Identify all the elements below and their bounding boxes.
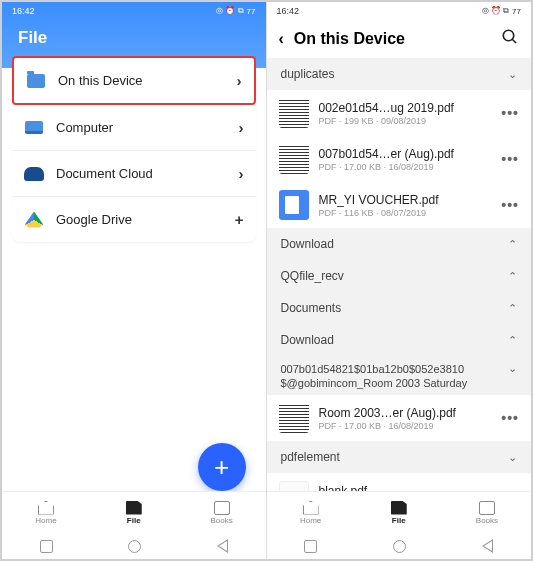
nav-books[interactable]: Books xyxy=(443,492,531,533)
home-icon xyxy=(38,501,54,515)
location-list: On this Device › Computer › Document Clo… xyxy=(12,56,256,242)
bottom-nav: Home File Books xyxy=(267,491,532,533)
location-label: Document Cloud xyxy=(56,166,227,181)
section-label: duplicates xyxy=(281,67,335,81)
section-documents[interactable]: Documents ⌃ xyxy=(267,292,532,324)
section-label-cont: $@gobimincom_Room 2003 Saturday xyxy=(267,377,532,395)
chevron-right-icon: › xyxy=(239,119,244,136)
section-download-2[interactable]: Download ⌃ xyxy=(267,324,532,356)
location-google-drive[interactable]: Google Drive + xyxy=(12,197,256,242)
section-label: 007b01d54821$01ba12b0$052e3810 xyxy=(281,363,509,375)
file-row[interactable]: 007b01d54…er (Aug).pdf PDF · 17.00 KB · … xyxy=(267,136,532,182)
gdrive-icon xyxy=(24,212,44,228)
chevron-up-icon: ⌃ xyxy=(508,270,517,283)
svg-line-1 xyxy=(512,39,516,43)
svg-point-0 xyxy=(503,30,514,41)
file-meta: PDF · 17.00 KB · 16/08/2019 xyxy=(319,421,492,431)
nav-label: Books xyxy=(476,516,498,525)
file-name: 007b01d54…er (Aug).pdf xyxy=(319,147,492,161)
nav-file[interactable]: File xyxy=(355,492,443,533)
recent-apps-button[interactable] xyxy=(40,540,53,553)
file-row[interactable]: 002e01d54…ug 2019.pdf PDF · 199 KB · 09/… xyxy=(267,90,532,136)
status-time: 16:42 xyxy=(277,6,300,16)
location-computer[interactable]: Computer › xyxy=(12,105,256,151)
home-icon xyxy=(303,501,319,515)
chevron-right-icon: › xyxy=(237,72,242,89)
location-label: Computer xyxy=(56,120,227,135)
more-icon[interactable]: ••• xyxy=(501,151,519,167)
location-document-cloud[interactable]: Document Cloud › xyxy=(12,151,256,197)
back-button[interactable] xyxy=(482,539,493,553)
location-label: On this Device xyxy=(58,73,225,88)
file-row[interactable]: MR_YI VOUCHER.pdf PDF · 116 KB · 08/07/2… xyxy=(267,182,532,228)
nav-file[interactable]: File xyxy=(90,492,178,533)
chevron-up-icon: ⌃ xyxy=(508,302,517,315)
section-pdfelement[interactable]: pdfelement ⌄ xyxy=(267,441,532,473)
status-icons: ◎ ⏰ ⧉ 77 xyxy=(482,6,521,16)
back-button[interactable] xyxy=(217,539,228,553)
bottom-nav: Home File Books xyxy=(2,491,266,533)
status-time: 16:42 xyxy=(12,6,35,16)
page-title: File xyxy=(2,20,266,48)
file-name: 002e01d54…ug 2019.pdf xyxy=(319,101,492,115)
chevron-down-icon: ⌄ xyxy=(508,68,517,81)
home-button[interactable] xyxy=(128,540,141,553)
more-icon[interactable]: ••• xyxy=(501,410,519,426)
file-meta: PDF · 199 KB · 09/08/2019 xyxy=(319,116,492,126)
nav-label: File xyxy=(127,516,141,525)
file-name: Room 2003…er (Aug).pdf xyxy=(319,406,492,420)
file-thumb-icon xyxy=(279,98,309,128)
location-on-this-device[interactable]: On this Device › xyxy=(12,56,256,105)
section-label: pdfelement xyxy=(281,450,340,464)
section-label: QQfile_recv xyxy=(281,269,344,283)
nav-books[interactable]: Books xyxy=(178,492,266,533)
status-icons: ◎ ⏰ ⧉ 77 xyxy=(216,6,255,16)
nav-label: Books xyxy=(210,516,232,525)
recent-apps-button[interactable] xyxy=(304,540,317,553)
nav-label: Home xyxy=(300,516,321,525)
chevron-right-icon: › xyxy=(239,165,244,182)
section-label: Documents xyxy=(281,301,342,315)
plus-icon: + xyxy=(235,211,244,228)
system-nav xyxy=(2,533,266,559)
more-icon[interactable]: ••• xyxy=(501,105,519,121)
computer-icon xyxy=(24,120,44,136)
chevron-down-icon: ⌄ xyxy=(508,362,517,375)
cloud-icon xyxy=(24,166,44,182)
file-meta: PDF · 17.00 KB · 16/08/2019 xyxy=(319,162,492,172)
nav-label: Home xyxy=(35,516,56,525)
section-long-path[interactable]: 007b01d54821$01ba12b0$052e3810 ⌄ xyxy=(267,356,532,377)
file-icon xyxy=(391,501,407,515)
page-title: On this Device xyxy=(294,30,491,48)
location-label: Google Drive xyxy=(56,212,223,227)
section-download[interactable]: Download ⌃ xyxy=(267,228,532,260)
home-button[interactable] xyxy=(393,540,406,553)
file-meta: PDF · 116 KB · 08/07/2019 xyxy=(319,208,492,218)
file-name: MR_YI VOUCHER.pdf xyxy=(319,193,492,207)
section-duplicates[interactable]: duplicates ⌄ xyxy=(267,58,532,90)
nav-home[interactable]: Home xyxy=(2,492,90,533)
chevron-up-icon: ⌃ xyxy=(508,238,517,251)
file-row[interactable]: Room 2003…er (Aug).pdf PDF · 17.00 KB · … xyxy=(267,395,532,441)
nav-home[interactable]: Home xyxy=(267,492,355,533)
books-icon xyxy=(214,501,230,515)
more-icon[interactable]: ••• xyxy=(501,197,519,213)
pdf-icon xyxy=(279,190,309,220)
nav-label: File xyxy=(392,516,406,525)
section-label: Download xyxy=(281,237,334,251)
add-button[interactable]: + xyxy=(198,443,246,491)
chevron-down-icon: ⌄ xyxy=(508,451,517,464)
search-icon[interactable] xyxy=(501,28,519,50)
system-nav xyxy=(267,533,532,559)
section-label: Download xyxy=(281,333,334,347)
file-thumb-icon xyxy=(279,403,309,433)
file-list: duplicates ⌄ 002e01d54…ug 2019.pdf PDF ·… xyxy=(267,58,532,559)
folder-icon xyxy=(26,73,46,89)
file-thumb-icon xyxy=(279,144,309,174)
books-icon xyxy=(479,501,495,515)
file-icon xyxy=(126,501,142,515)
section-qqfile[interactable]: QQfile_recv ⌃ xyxy=(267,260,532,292)
chevron-up-icon: ⌃ xyxy=(508,334,517,347)
back-icon[interactable]: ‹ xyxy=(279,30,284,48)
